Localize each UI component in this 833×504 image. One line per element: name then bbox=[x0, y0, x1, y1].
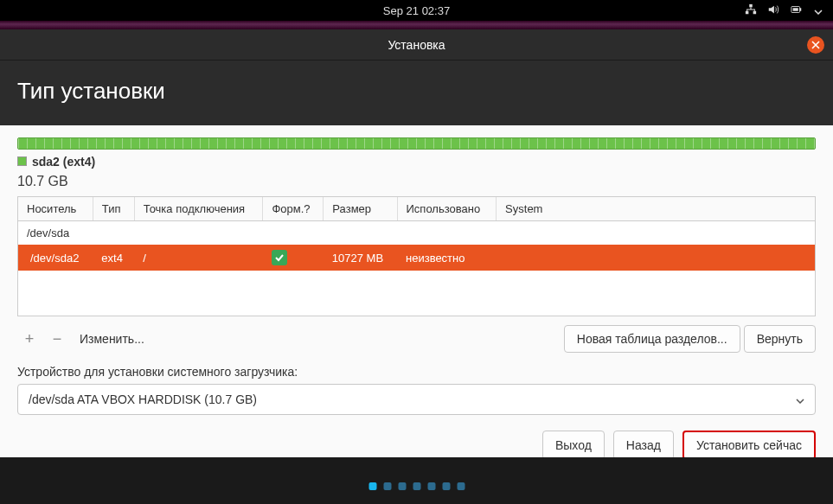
new-partition-table-button[interactable]: Новая таблица разделов... bbox=[564, 325, 740, 353]
progress-dot bbox=[383, 482, 391, 490]
checkbox-checked-icon[interactable] bbox=[272, 250, 287, 265]
back-button[interactable]: Назад bbox=[613, 431, 674, 460]
close-button[interactable] bbox=[807, 36, 824, 54]
legend-partition-name: sda2 (ext4) bbox=[32, 155, 95, 169]
cell-device: /dev/sda2 bbox=[18, 245, 93, 271]
col-size[interactable]: Размер bbox=[324, 197, 397, 221]
disk-legend: sda2 (ext4) bbox=[17, 155, 816, 169]
bootloader-value: /dev/sda ATA VBOX HARDDISK (10.7 GB) bbox=[29, 392, 257, 406]
bootloader-label: Устройство для установки системного загр… bbox=[17, 365, 816, 379]
progress-dot bbox=[398, 482, 406, 490]
remove-partition-button[interactable]: − bbox=[45, 327, 69, 351]
svg-rect-1 bbox=[746, 10, 749, 14]
wizard-footer: Выход Назад Установить сейчас bbox=[17, 431, 816, 460]
clock: Sep 21 02:37 bbox=[383, 4, 450, 17]
window-title: Установка bbox=[388, 38, 445, 52]
progress-dots bbox=[368, 482, 465, 490]
progress-dot bbox=[457, 482, 465, 490]
chevron-down-icon[interactable] bbox=[814, 4, 823, 17]
close-icon bbox=[811, 41, 820, 49]
svg-rect-4 bbox=[800, 8, 802, 11]
partition-table[interactable]: Носитель Тип Точка подключения Форм.? Ра… bbox=[17, 196, 816, 316]
bootloader-select[interactable]: /dev/sda ATA VBOX HARDDISK (10.7 GB) bbox=[17, 384, 816, 415]
system-tray bbox=[745, 3, 823, 18]
col-mount[interactable]: Точка подключения bbox=[134, 197, 263, 221]
svg-rect-2 bbox=[753, 10, 757, 14]
system-topbar: Sep 21 02:37 bbox=[0, 0, 833, 21]
table-row[interactable]: /dev/sda bbox=[18, 221, 815, 246]
cell-size: 10727 MB bbox=[324, 245, 397, 271]
table-header-row: Носитель Тип Точка подключения Форм.? Ра… bbox=[18, 197, 815, 221]
desktop-bottom-strip bbox=[0, 457, 833, 504]
change-partition-button[interactable]: Изменить... bbox=[73, 329, 151, 349]
battery-icon[interactable] bbox=[790, 3, 804, 18]
add-partition-button[interactable]: + bbox=[17, 327, 42, 351]
table-row[interactable]: /dev/sda2 ext4 / 10727 MB неизвестно bbox=[18, 245, 815, 271]
col-used[interactable]: Использовано bbox=[397, 197, 497, 221]
svg-rect-5 bbox=[793, 8, 798, 11]
col-device[interactable]: Носитель bbox=[18, 197, 93, 221]
legend-partition-size: 10.7 GB bbox=[17, 174, 816, 189]
col-type[interactable]: Тип bbox=[93, 197, 134, 221]
revert-button[interactable]: Вернуть bbox=[744, 325, 816, 353]
progress-dot bbox=[413, 482, 420, 490]
page-heading: Тип установки bbox=[0, 61, 833, 125]
cell-format[interactable] bbox=[263, 245, 324, 271]
cell-mount: / bbox=[134, 245, 263, 271]
window-titlebar: Установка bbox=[0, 29, 833, 61]
device-cell: /dev/sda bbox=[18, 221, 815, 246]
network-icon[interactable] bbox=[745, 3, 757, 18]
progress-dot bbox=[442, 482, 450, 490]
col-format[interactable]: Форм.? bbox=[263, 197, 324, 221]
cell-type: ext4 bbox=[93, 245, 134, 271]
volume-icon[interactable] bbox=[767, 3, 779, 18]
disk-usage-bar[interactable] bbox=[17, 137, 816, 150]
progress-dot bbox=[427, 482, 435, 490]
cell-used: неизвестно bbox=[397, 245, 497, 271]
svg-rect-0 bbox=[749, 3, 753, 7]
installer-content: sda2 (ext4) 10.7 GB Носитель Тип Точка п… bbox=[0, 125, 833, 475]
quit-button[interactable]: Выход bbox=[542, 431, 605, 460]
desktop-background-strip bbox=[0, 21, 833, 29]
table-empty-space bbox=[18, 271, 815, 316]
partition-toolbar: + − Изменить... Новая таблица разделов..… bbox=[17, 325, 816, 353]
progress-dot bbox=[368, 482, 376, 490]
legend-swatch bbox=[17, 156, 27, 166]
install-now-button[interactable]: Установить сейчас bbox=[682, 431, 816, 460]
chevron-down-icon bbox=[796, 392, 804, 406]
cell-system bbox=[497, 245, 815, 271]
col-system[interactable]: System bbox=[497, 197, 815, 221]
